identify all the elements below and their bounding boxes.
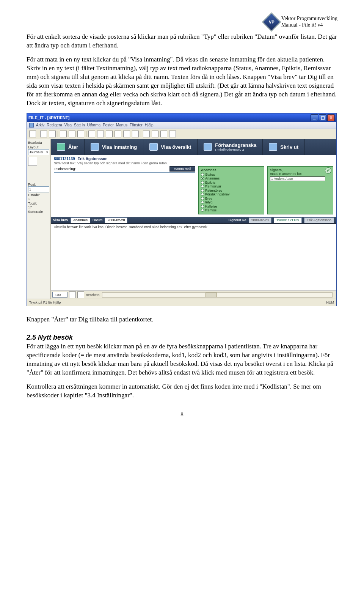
record-text: Aktuella besvär: lite värk i vä knä. Öka… [51,224,336,291]
input-icon [91,143,99,151]
sidebar-totalt-value: 17 [28,205,49,209]
left-sidebar: Bearbeta Layout: Journalis▾ Post: 1 Hitt… [27,139,51,299]
signera-panel: ✓ Signera, mata in anamnes för: 1 Anders… [267,166,333,214]
toolbar-icon[interactable] [29,131,36,137]
overview-icon [149,143,158,151]
para-input: För att mata in en ny text klickar du på… [27,55,337,108]
sidebar-bearbeta: Bearbeta [28,141,49,145]
signera-select[interactable]: 1 Anders Ason [270,176,325,181]
forhandsgranska-button[interactable]: Förhandsgranska Utskriftsalternativ 4 [198,139,263,155]
layout-select[interactable]: Journalis▾ [28,149,49,155]
footer-icon[interactable] [77,291,84,298]
record-ref-name: Erik Agatonsson [304,217,334,223]
para-nytt-besok-2: Kontrollera att ersättningen kommer in a… [27,383,337,400]
patient-name: Erik Agatonsson [77,157,107,161]
page-number: 8 [27,411,337,418]
menu-manus[interactable]: Manus [116,123,127,127]
logo-icon [262,13,281,32]
status-num: NUM [326,301,334,304]
menu-bar: Arkiv Redigera Visa Sätt in Utforma Post… [27,122,336,129]
anamnes-title: Anamnes [201,168,262,172]
patient-id: 8001121139 [54,157,75,161]
toolbar-icon[interactable] [60,131,67,137]
sidebar-tool-icon[interactable] [28,157,37,166]
action-bar: Åter Visa inmatning Visa översikt Förhan… [51,139,336,155]
post-input[interactable]: 1 [28,186,49,192]
window-maximize-button[interactable]: ▢ [319,114,326,121]
window-close-button[interactable]: × [327,114,335,121]
visa-brev-button[interactable]: Visa brev [53,218,68,222]
footer-icon[interactable] [69,291,76,298]
toolbar-icon[interactable] [143,131,150,137]
sidebar-totalt-label: Totalt: [28,202,49,205]
h-scrollbar[interactable] [102,292,333,298]
menu-arkiv[interactable]: Arkiv [36,123,44,127]
record-signed: Signerat AA [228,218,246,222]
sidebar-hittade-value: 1 [28,197,49,201]
ater-button[interactable]: Åter [51,139,85,155]
textinmatning-label: Textinmatning: [54,167,76,171]
menu-fonster[interactable]: Fönster [130,123,143,127]
radio-brev[interactable]: Brev [201,197,262,200]
toolbar-icon[interactable] [40,131,47,137]
sidebar-post-label: Post: [28,183,49,186]
menu-redigera[interactable]: Redigera [47,123,62,127]
footer-mode: Bearbeta [86,293,100,297]
radio-remissvar[interactable]: Remissvar [201,184,262,188]
radio-status[interactable]: Status [201,173,262,176]
back-icon [57,143,65,151]
toolbar-icon[interactable] [49,131,56,137]
preview-icon [204,143,212,151]
visa-oversikt-button[interactable]: Visa översikt [143,139,198,155]
menu-poster[interactable]: Poster [103,123,114,127]
window-title: FILE_IT - [4PATIENT] [28,115,69,120]
window-minimize-button[interactable]: _ [311,114,318,121]
radio-epikris[interactable]: Epikris [201,181,262,184]
toolbar-icon[interactable] [115,131,121,137]
hamta-mall-button[interactable]: Hämta mall [169,166,195,172]
sidebar-layout-label: Layout: [28,145,49,149]
check-icon: ✓ [325,167,331,174]
menu-utforma[interactable]: Utforma [87,123,100,127]
status-hint: Tryck på F1 för Hjälp [29,301,61,304]
record-bar: Visa brev Anamnes Datum 2008-02-20 Signe… [51,217,336,224]
app-menu-icon[interactable] [29,123,34,128]
menu-sattin[interactable]: Sätt in [74,123,85,127]
radio-anamnes[interactable]: Anamnes [201,176,262,180]
toolbar-icon[interactable] [77,131,84,137]
toolbar-icon[interactable] [169,131,176,137]
header-company: Vektor Programutveckling [281,16,337,22]
section-heading-2-5: 2.5 Nytt besök [27,334,337,342]
radio-intyg[interactable]: Intyg [201,200,262,204]
sidebar-hittade-label: Hittade: [28,193,49,197]
sidebar-sorterade: Sorterade [28,210,49,214]
menu-hjalp[interactable]: Hjälp [145,123,154,127]
toolbar-icon[interactable] [123,131,130,137]
header-manual: Manual - File it! v4 [281,22,337,28]
radio-forsakringsbrev[interactable]: Försäkringsbrev [201,192,262,196]
signera-title: Signera, [270,168,331,172]
toolbar-icon[interactable] [88,131,95,137]
window-titlebar: FILE_IT - [4PATIENT] _ ▢ × [27,113,336,122]
menu-visa[interactable]: Visa [64,123,72,127]
patient-info: 8001121139 Erik Agatonsson Skriv först t… [51,155,336,166]
para-nytt-besok-1: För att lägga in ett nytt besök klickar … [27,342,337,377]
visa-inmatning-button[interactable]: Visa inmatning [85,139,143,155]
skriv-ut-button[interactable]: Skriv ut [263,139,305,155]
toolbar-icon[interactable] [69,131,75,137]
app-screenshot: FILE_IT - [4PATIENT] _ ▢ × Arkiv Rediger… [27,113,337,306]
text-input[interactable] [54,172,195,207]
toolbar-icon[interactable] [132,131,139,137]
entry-hint: Skriv först text. Välj sedan typ och sig… [54,161,333,165]
radio-remiss[interactable]: Remiss [201,208,262,212]
radio-patientbrev[interactable]: Patientbrev [201,189,262,192]
toolbar-icon[interactable] [97,131,104,137]
record-ref: 198801121139 [274,217,302,223]
toolbar [27,129,336,139]
zoom-value[interactable]: 100 [52,292,67,298]
radio-kallelse[interactable]: Kallelse [201,205,262,208]
toolbar-icon[interactable] [160,131,167,137]
toolbar-icon[interactable] [152,131,158,137]
toolbar-icon[interactable] [106,131,113,137]
anamnes-panel: Anamnes Status Anamnes Epikris Remissvar… [198,166,264,214]
